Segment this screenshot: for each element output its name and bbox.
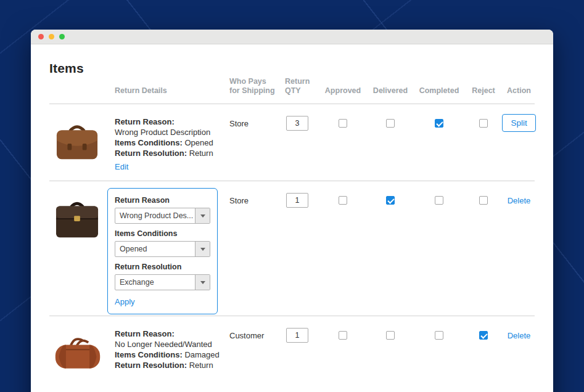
items-conditions-label: Items Conditions — [115, 229, 210, 238]
item-row: Return Reason: Wrong Product Description… — [49, 104, 535, 181]
return-resolution-label: Return Resolution: — [115, 361, 187, 370]
delivered-cell — [366, 181, 414, 316]
app-window: Items Return Details Who Pays for Shippi… — [31, 30, 553, 392]
product-image-cell — [49, 181, 115, 316]
return-details-cell: Return Reason: Wrong Product Description… — [115, 104, 229, 181]
items-table: Return Details Who Pays for Shipping Ret… — [49, 76, 535, 392]
return-qty-cell — [279, 316, 319, 392]
completed-cell — [414, 181, 464, 316]
desktop: { "page": { "title": "Items" }, "window"… — [0, 0, 584, 392]
action-cell: Delete — [503, 316, 535, 392]
reject-cell — [464, 181, 503, 316]
action-cell: Delete — [503, 181, 535, 316]
delivered-cell — [366, 316, 414, 392]
close-window-button[interactable] — [38, 34, 44, 39]
delivered-cell — [366, 104, 414, 181]
return-reason-select[interactable]: Wrong Product Des... — [115, 208, 210, 224]
return-resolution-value: Return — [189, 149, 213, 158]
reject-checkbox[interactable] — [479, 196, 488, 205]
who-pays-shipping-value: Store — [229, 181, 279, 316]
return-reason-label: Return Reason: — [115, 329, 175, 338]
page-content: Items Return Details Who Pays for Shippi… — [31, 44, 553, 392]
return-qty-cell — [279, 181, 319, 316]
product-image-cell — [49, 104, 115, 181]
items-conditions-value: Opened — [184, 138, 213, 147]
reject-checkbox[interactable] — [479, 331, 488, 340]
chevron-down-icon — [195, 242, 210, 256]
action-cell: Split — [503, 104, 535, 181]
approved-checkbox[interactable] — [339, 119, 347, 128]
approved-cell — [319, 181, 366, 316]
page-title: Items — [49, 61, 535, 76]
split-button[interactable]: Split — [502, 114, 535, 132]
approved-checkbox[interactable] — [339, 196, 347, 205]
who-pays-shipping-value: Store — [229, 104, 279, 181]
zoom-window-button[interactable] — [59, 34, 65, 39]
window-titlebar — [31, 30, 553, 44]
approved-cell — [319, 316, 366, 392]
header-approved: Approved — [319, 86, 366, 96]
return-resolution-select[interactable]: Exchange — [115, 274, 210, 290]
delete-link[interactable]: Delete — [508, 196, 531, 205]
who-pays-shipping-value: Customer — [229, 316, 279, 392]
return-reason-selected-value: Wrong Product Des... — [115, 211, 195, 220]
header-delivered: Delivered — [366, 86, 414, 96]
red-brown-duffel-bag-image — [53, 332, 102, 373]
completed-checkbox[interactable] — [435, 196, 443, 205]
apply-link[interactable]: Apply — [115, 297, 135, 306]
return-qty-cell — [279, 104, 319, 181]
item-row: Return Reason Wrong Product Des... Items… — [49, 181, 535, 316]
table-header-row: Return Details Who Pays for Shipping Ret… — [49, 76, 535, 104]
delivered-checkbox[interactable] — [386, 119, 395, 128]
completed-cell — [414, 316, 464, 392]
header-return-details: Return Details — [115, 86, 229, 96]
return-resolution-label: Return Resolution: — [115, 149, 187, 158]
return-resolution-selected-value: Exchange — [115, 278, 195, 287]
return-qty-input[interactable] — [286, 193, 308, 208]
delivered-checkbox[interactable] — [386, 196, 395, 205]
items-conditions-label: Items Conditions: — [115, 350, 183, 359]
delivered-checkbox[interactable] — [386, 331, 395, 340]
return-details-cell: Return Reason: No Longer Needed/Wanted I… — [115, 316, 229, 392]
item-row: Return Reason: No Longer Needed/Wanted I… — [49, 316, 535, 392]
items-conditions-select[interactable]: Opened — [115, 241, 210, 257]
delete-link[interactable]: Delete — [508, 331, 531, 340]
return-qty-input[interactable] — [286, 116, 308, 131]
approved-cell — [319, 104, 366, 181]
completed-checkbox[interactable] — [435, 119, 443, 128]
return-resolution-label: Return Resolution — [115, 263, 210, 271]
chevron-down-icon — [195, 208, 210, 223]
return-reason-value: Wrong Product Description — [115, 127, 221, 137]
items-conditions-selected-value: Opened — [115, 245, 195, 253]
dark-brown-briefcase-image — [53, 197, 101, 240]
return-qty-input[interactable] — [286, 328, 308, 343]
return-details-edit-form: Return Reason Wrong Product Des... Items… — [107, 188, 218, 314]
brown-satchel-bag-image — [53, 120, 101, 163]
items-conditions-label: Items Conditions: — [115, 138, 183, 147]
header-who-pays-for-shipping: Who Pays for Shipping — [229, 77, 279, 96]
minimize-window-button[interactable] — [49, 34, 54, 39]
header-reject: Reject — [464, 86, 503, 96]
header-action: Action — [503, 86, 535, 96]
return-resolution-value: Return — [189, 361, 213, 370]
reject-checkbox[interactable] — [479, 119, 488, 128]
completed-cell — [414, 104, 464, 181]
reject-cell — [464, 316, 503, 392]
chevron-down-icon — [195, 275, 210, 290]
product-image-cell — [49, 316, 115, 392]
return-details-edit-cell: Return Reason Wrong Product Des... Items… — [115, 181, 229, 316]
approved-checkbox[interactable] — [339, 331, 347, 340]
edit-link[interactable]: Edit — [115, 161, 128, 172]
header-completed: Completed — [414, 86, 464, 96]
return-reason-label: Return Reason: — [115, 117, 175, 126]
header-return-qty: Return QTY — [279, 77, 319, 96]
items-conditions-value: Damaged — [184, 350, 219, 359]
return-reason-label: Return Reason — [115, 196, 210, 205]
reject-cell — [464, 104, 503, 181]
completed-checkbox[interactable] — [435, 331, 443, 340]
return-reason-value: No Longer Needed/Wanted — [115, 339, 221, 349]
